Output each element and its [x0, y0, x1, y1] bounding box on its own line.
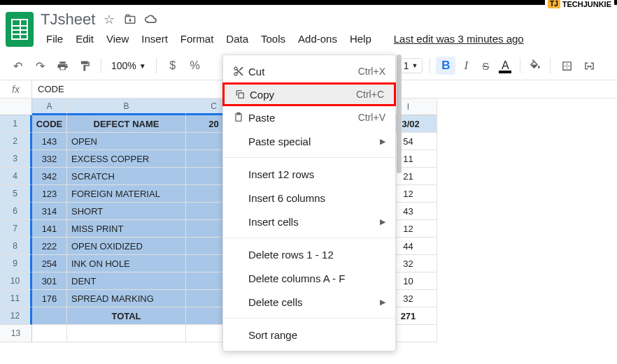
context-delete-rows[interactable]: Delete rows 1 - 12 — [223, 242, 395, 266]
fontsize-input[interactable]: 1 ▼ — [399, 58, 423, 73]
fx-label: fx — [0, 80, 32, 98]
print-icon[interactable] — [52, 56, 73, 75]
italic-button[interactable]: I — [457, 59, 475, 73]
context-insert-cols[interactable]: Insert 6 columns — [223, 186, 395, 210]
context-copy[interactable]: Copy Ctrl+C — [222, 82, 396, 106]
currency-button[interactable]: $ — [162, 56, 183, 75]
cell[interactable] — [32, 325, 67, 342]
cell[interactable]: SHORT — [67, 203, 186, 220]
cell[interactable] — [67, 325, 186, 342]
svg-rect-1 — [239, 93, 243, 98]
context-cut[interactable]: Cut Ctrl+X — [223, 59, 395, 83]
cell[interactable]: DENT — [67, 272, 186, 290]
brand-logo: TJTECHJUNKIE — [545, 0, 614, 10]
menu-insert[interactable]: Insert — [136, 30, 173, 48]
paste-icon — [233, 112, 248, 123]
copy-icon — [234, 89, 250, 100]
cut-icon — [233, 66, 248, 77]
cell[interactable]: SPREAD MARKING — [67, 290, 186, 307]
context-insert-cells[interactable]: Insert cells ▶ — [223, 210, 395, 233]
menu-file[interactable]: File — [41, 30, 69, 48]
menu-bar: File Edit View Insert Format Data Tools … — [41, 30, 530, 48]
menu-data[interactable]: Data — [220, 30, 254, 48]
column-header-A[interactable]: A — [32, 99, 67, 115]
context-delete-cols[interactable]: Delete columns A - F — [223, 266, 395, 290]
undo-icon[interactable]: ↶ — [7, 56, 28, 75]
context-delete-cells[interactable]: Delete cells ▶ — [223, 290, 395, 314]
row-header-4[interactable]: 4 — [0, 168, 32, 185]
row-header-12[interactable]: 12 — [0, 307, 32, 325]
row-header-1[interactable]: 1 — [0, 115, 32, 133]
percent-button[interactable]: % — [185, 56, 206, 75]
document-title[interactable]: TJsheet — [41, 10, 95, 29]
merge-button[interactable] — [579, 56, 600, 75]
cell[interactable]: FOREIGN MATERIAL — [67, 185, 186, 203]
row-header-5[interactable]: 5 — [0, 185, 32, 203]
redo-icon[interactable]: ↷ — [29, 56, 50, 75]
cell[interactable]: DEFECT NAME — [67, 115, 186, 133]
context-paste[interactable]: Paste Ctrl+V — [223, 105, 395, 129]
row-header-6[interactable]: 6 — [0, 203, 32, 220]
fill-color-button[interactable] — [526, 56, 544, 75]
bold-button[interactable]: B — [436, 57, 455, 75]
cell[interactable] — [32, 307, 67, 325]
cell[interactable]: 176 — [32, 290, 67, 307]
select-all-corner[interactable] — [0, 99, 32, 115]
row-header-3[interactable]: 3 — [0, 150, 32, 168]
borders-button[interactable] — [556, 56, 577, 75]
strikethrough-button[interactable]: S — [476, 60, 495, 72]
column-header-B[interactable]: B — [67, 99, 186, 115]
cell[interactable]: OPEN OXIDIZED — [67, 238, 186, 255]
text-color-button[interactable]: A — [496, 59, 514, 72]
context-menu-scrollbar[interactable] — [397, 54, 402, 173]
context-menu: Cut Ctrl+X Copy Ctrl+C Paste Ctrl+V Past… — [222, 54, 396, 351]
row-header-9[interactable]: 9 — [0, 255, 32, 272]
menu-tools[interactable]: Tools — [255, 30, 291, 48]
cloud-icon[interactable] — [144, 13, 158, 27]
cell[interactable]: 254 — [32, 255, 67, 272]
row-header-13[interactable]: 13 — [0, 325, 32, 342]
fx-value[interactable]: CODE — [32, 84, 64, 94]
menu-format[interactable]: Format — [175, 30, 220, 48]
cell[interactable]: 314 — [32, 203, 67, 220]
zoom-select[interactable]: 100%▼ — [107, 60, 150, 71]
context-insert-rows[interactable]: Insert 12 rows — [223, 162, 395, 186]
cell[interactable]: 332 — [32, 150, 67, 168]
menu-help[interactable]: Help — [344, 30, 377, 48]
row-header-7[interactable]: 7 — [0, 220, 32, 238]
menu-addons[interactable]: Add-ons — [292, 30, 343, 48]
cell[interactable]: 143 — [32, 133, 67, 150]
cell[interactable]: 141 — [32, 220, 67, 238]
cell[interactable]: TOTAL — [67, 307, 186, 325]
cell[interactable]: OPEN — [67, 133, 186, 150]
cell[interactable]: INK ON HOLE — [67, 255, 186, 272]
submenu-arrow-icon: ▶ — [380, 298, 385, 307]
star-icon[interactable]: ☆ — [102, 13, 116, 27]
cell[interactable]: 301 — [32, 272, 67, 290]
sheets-app-icon[interactable] — [6, 12, 34, 47]
move-icon[interactable] — [123, 13, 137, 27]
menu-edit[interactable]: Edit — [70, 30, 99, 48]
cell[interactable]: CODE — [32, 115, 67, 133]
cell[interactable]: 123 — [32, 185, 67, 203]
context-sort-range[interactable]: Sort range — [223, 323, 395, 347]
paint-format-icon[interactable] — [74, 56, 95, 75]
submenu-arrow-icon: ▶ — [380, 137, 385, 146]
row-header-11[interactable]: 11 — [0, 290, 32, 307]
row-header-10[interactable]: 10 — [0, 272, 32, 290]
context-paste-special[interactable]: Paste special ▶ — [223, 129, 395, 153]
row-header-2[interactable]: 2 — [0, 133, 32, 150]
cell[interactable]: 222 — [32, 238, 67, 255]
last-edit-link[interactable]: Last edit was 3 minutes ago — [388, 30, 530, 48]
cell[interactable]: SCRATCH — [67, 168, 186, 185]
row-header-8[interactable]: 8 — [0, 238, 32, 255]
submenu-arrow-icon: ▶ — [380, 217, 385, 226]
cell[interactable]: MISS PRINT — [67, 220, 186, 238]
cell[interactable]: 342 — [32, 168, 67, 185]
cell[interactable]: EXCESS COPPER — [67, 150, 186, 168]
menu-view[interactable]: View — [101, 30, 134, 48]
